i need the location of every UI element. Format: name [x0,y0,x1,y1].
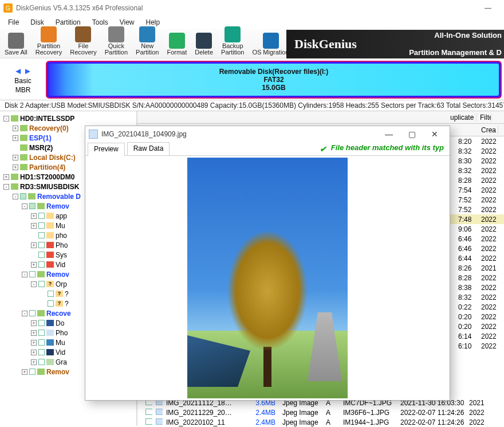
tree-checkbox[interactable] [48,291,54,297]
image-file-icon [89,130,98,139]
tree-icon: ? [46,281,54,287]
expand-toggle[interactable]: + [31,223,37,229]
file-row[interactable]: IMG_20211229_20…2.4MBJpeg ImageAIM36F6~1… [142,408,504,417]
menu-file[interactable]: File [2,18,25,26]
tree-checkbox[interactable] [38,252,45,258]
tree-icon [46,213,54,219]
col-duplicate-button[interactable]: uplicate [447,113,477,122]
tree-icon [46,320,54,326]
tool-os-migration[interactable]: OS Migration [252,33,289,56]
expand-toggle[interactable]: + [31,359,37,365]
tool-delete[interactable]: Delete [195,33,213,56]
next-disk-button[interactable]: ► [23,66,32,76]
row-checkbox[interactable] [142,409,152,417]
menu-help[interactable]: Help [140,18,166,26]
expand-toggle[interactable]: + [31,213,37,219]
tool-file-recovery[interactable]: File Recovery [70,26,96,56]
expand-toggle[interactable]: - [22,311,27,316]
tree-checkbox[interactable] [29,369,36,375]
row-checkbox[interactable] [142,418,152,426]
expand-toggle[interactable]: + [13,164,18,170]
tree-checkbox[interactable] [38,261,45,268]
jpeg-icon [152,409,163,417]
tree-label: HD0:INTELSSDP [20,115,74,123]
expand-toggle[interactable]: + [13,126,18,131]
tool-backup-partition[interactable]: Backup Partition [221,26,244,56]
minimize-button[interactable]: — [475,0,501,16]
tree-checkbox[interactable] [20,193,26,199]
tree-label: Do [56,319,64,327]
preview-close-button[interactable]: ✕ [423,126,446,142]
expand-toggle[interactable]: - [31,281,37,287]
expand-toggle[interactable]: - [3,184,9,190]
tab-raw-data[interactable]: Raw Data [127,142,170,155]
brand-tagline-1: All-In-One Solution [434,31,502,40]
preview-minimize-button[interactable]: — [377,126,400,142]
preview-maximize-button[interactable]: ▢ [400,126,423,142]
tree-checkbox[interactable] [38,213,45,219]
expand-toggle[interactable]: - [3,116,9,122]
tool-quick-partition[interactable]: Quick Partition [105,26,128,56]
tree-label: ? [65,300,69,308]
tree-icon [20,144,27,151]
tree-icon [46,252,54,258]
tree-checkbox[interactable] [38,232,45,238]
menu-view[interactable]: View [114,18,140,26]
expand-toggle[interactable]: + [22,369,27,375]
tree-label: Orp [56,280,67,288]
expand-toggle[interactable]: + [31,242,37,248]
expand-toggle[interactable]: - [22,272,27,277]
tree-icon [46,222,54,229]
tree-checkbox[interactable] [38,349,45,355]
tree-label: RD3:SMIUSBDISK [20,183,79,191]
tree-checkbox[interactable] [29,203,36,209]
tree-checkbox[interactable] [38,281,45,287]
expand-toggle[interactable]: + [13,135,18,141]
jpeg-icon [152,418,163,426]
tree-icon [11,174,18,180]
menu-disk[interactable]: Disk [25,18,49,26]
tool-format[interactable]: Format [167,33,187,56]
tree-node[interactable]: -HD0:INTELSSDP [0,113,136,123]
tree-icon [37,271,45,277]
tool-icon [263,33,279,49]
tree-checkbox[interactable] [38,320,45,326]
tool-icon [196,33,212,49]
tool-icon [108,26,124,42]
tree-checkbox[interactable] [38,339,45,346]
partition-bar[interactable]: Removable Disk(Recover files)(I:) FAT32 … [46,61,502,99]
tree-checkbox[interactable] [38,242,45,248]
tree-checkbox[interactable] [48,300,54,307]
expand-toggle[interactable]: + [31,350,37,355]
tree-label: Mu [56,222,65,230]
expand-toggle[interactable]: - [13,194,18,199]
tree-checkbox[interactable] [29,310,36,316]
tree-checkbox[interactable] [29,271,36,277]
expand-toggle[interactable]: + [13,155,18,160]
expand-toggle[interactable]: + [31,320,37,326]
tool-save-all[interactable]: Save All [5,33,27,56]
tab-preview[interactable]: Preview [88,143,125,156]
expand-toggle[interactable]: + [31,330,37,336]
col-filter-button[interactable]: Filte [477,113,491,122]
preview-window[interactable]: IMG_20210418_104909.jpg — ▢ ✕ Preview Ra… [85,126,450,401]
tool-new-partition[interactable]: New Partition [136,26,159,56]
expand-toggle[interactable]: + [31,340,37,346]
menu-partition[interactable]: Partition [50,18,86,26]
tool-partition-recovery[interactable]: Partition Recovery [36,26,62,56]
tree-icon [20,154,27,160]
file-row[interactable]: IMG_20220102_112.4MBJpeg ImageAIM1944~1.… [142,417,504,427]
tree-label: Pho [56,241,68,249]
menu-tools[interactable]: Tools [86,18,114,26]
expand-toggle[interactable]: - [22,203,27,209]
tree-checkbox[interactable] [38,222,45,229]
expand-toggle[interactable]: + [31,262,37,268]
prev-disk-button[interactable]: ◄ [14,66,22,76]
tree-checkbox[interactable] [38,359,45,365]
tree-icon [46,232,54,238]
tree-icon [46,359,54,365]
expand-toggle[interactable]: + [3,174,9,180]
tree-label: ESP(1) [29,134,52,142]
col-created[interactable]: Crea [478,126,498,134]
tree-checkbox[interactable] [38,330,45,336]
